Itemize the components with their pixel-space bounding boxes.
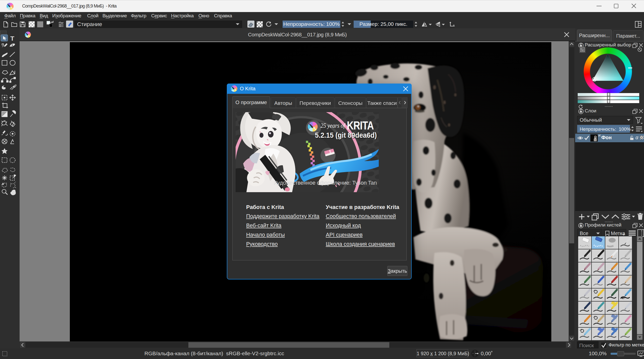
- svg-text:T: T: [10, 35, 14, 42]
- svg-text:Художественное оформление: Tys: Художественное оформление: Tyson Tan: [274, 180, 377, 186]
- svg-text:5.2.15 (git 89dea6d): 5.2.15 (git 89dea6d): [315, 131, 377, 139]
- svg-text:KRITA: KRITA: [347, 119, 374, 132]
- svg-text:25 years of: 25 years of: [320, 122, 346, 129]
